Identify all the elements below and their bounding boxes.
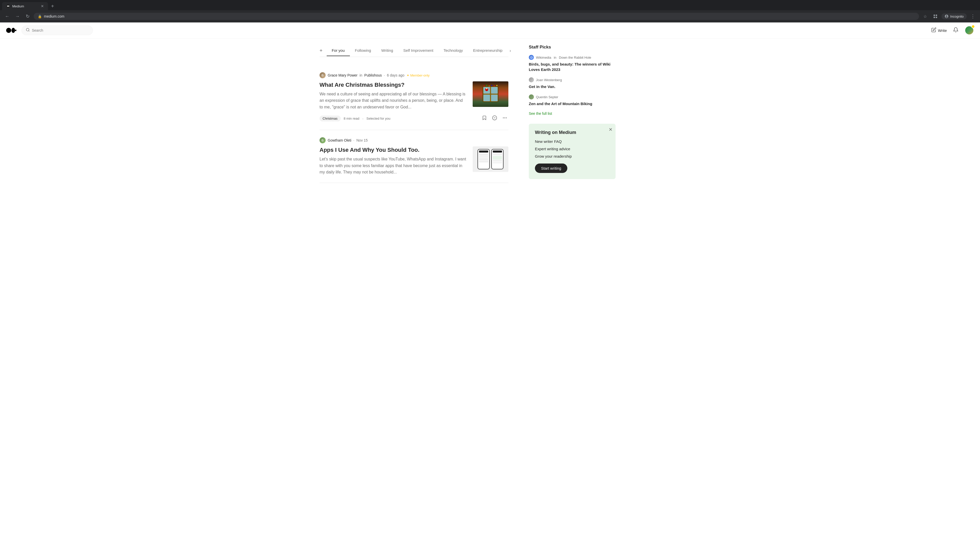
svg-point-27 xyxy=(503,118,504,118)
sidebar: Staff Picks Wikimedia in Down the Rabbit… xyxy=(529,44,616,183)
author-name-2[interactable]: Gowtham Oleti xyxy=(328,138,352,142)
svg-rect-15 xyxy=(484,95,490,101)
browser-menu-button[interactable]: ⋮ xyxy=(969,12,977,21)
search-input[interactable] xyxy=(32,28,89,32)
navbar-right: Write xyxy=(931,26,974,35)
article-thumbnail-1[interactable] xyxy=(473,81,508,107)
phone-mockup-2 xyxy=(491,149,504,169)
member-star-icon: ✦ xyxy=(407,73,409,77)
add-topic-button[interactable]: + xyxy=(320,44,327,57)
svg-point-21 xyxy=(489,86,490,86)
browser-tab-medium[interactable]: Medium ✕ xyxy=(2,2,48,10)
main-feed: + For you Following Writing Self Improve… xyxy=(320,44,508,183)
sp-article-title-2[interactable]: Get in the Van. xyxy=(529,84,616,89)
article-time-1: 6 days ago xyxy=(387,73,404,77)
top-navbar: Write xyxy=(0,22,980,38)
svg-rect-14 xyxy=(491,87,498,94)
article-actions-1 xyxy=(481,114,508,123)
svg-point-24 xyxy=(496,85,497,86)
tab-self-improvement[interactable]: Self Improvement xyxy=(398,45,438,56)
article-meta-2: G Gowtham Oleti · Nov 15 xyxy=(320,137,508,143)
meta-dot-2: · xyxy=(353,138,355,142)
article-tag-1[interactable]: Christmas xyxy=(320,116,341,121)
publication-name-1[interactable]: Publishous xyxy=(364,73,382,77)
start-writing-button[interactable]: Start writing xyxy=(535,164,567,173)
writing-link-new-writer-faq[interactable]: New writer FAQ xyxy=(535,139,609,144)
phone-mockup-1 xyxy=(477,149,490,169)
medium-page: Write + For you Following Writing Self I… xyxy=(0,22,980,551)
avatar-badge xyxy=(971,25,975,28)
incognito-button[interactable]: Incognito xyxy=(942,13,967,19)
sp-article-title-1[interactable]: Birds, bugs, and beauty: The winners of … xyxy=(529,62,616,72)
tabs-scroll-right-button[interactable]: › xyxy=(508,45,513,56)
tab-entrepreneurship[interactable]: Entrepreneurship xyxy=(468,45,508,56)
tab-for-you[interactable]: For you xyxy=(327,45,350,56)
tab-label: Medium xyxy=(12,4,24,8)
article-card-1: G Grace Mary Power in Publishous · 6 day… xyxy=(320,65,508,130)
sp-pub-avatar-3 xyxy=(529,94,534,100)
svg-rect-5 xyxy=(936,14,937,16)
topic-tabs: + For you Following Writing Self Improve… xyxy=(320,44,508,57)
tab-bar: Medium ✕ + xyxy=(0,0,980,10)
svg-point-22 xyxy=(491,85,492,86)
bookmark-button-1[interactable] xyxy=(481,114,488,123)
staff-pick-item-1: Wikimedia in Down the Rabbit Hole Birds,… xyxy=(529,55,616,72)
tab-close-button[interactable]: ✕ xyxy=(41,4,44,8)
article-text-1: What Are Christmas Blessings? We need a … xyxy=(320,81,466,110)
member-only-label-1: Member-only xyxy=(410,73,430,77)
browser-chrome: Medium ✕ + ← → ↻ 🔒 medium.com ☆ Incognit… xyxy=(0,0,980,22)
member-badge-1: ✦ Member-only xyxy=(407,73,430,77)
search-icon xyxy=(26,28,30,33)
extensions-button[interactable] xyxy=(931,12,939,21)
writing-link-grow-readership[interactable]: Grow your readership xyxy=(535,154,609,159)
address-bar[interactable]: 🔒 medium.com xyxy=(34,13,919,20)
tab-writing[interactable]: Writing xyxy=(376,45,398,56)
writing-card-close-button[interactable]: ✕ xyxy=(609,127,612,132)
svg-rect-16 xyxy=(491,95,498,101)
article-title-2[interactable]: Apps I Use And Why You Should Too. xyxy=(320,146,466,154)
back-button[interactable]: ← xyxy=(3,12,11,21)
svg-rect-6 xyxy=(934,17,935,18)
article-thumbnail-2[interactable] xyxy=(473,146,508,172)
content-area: + For you Following Writing Self Improve… xyxy=(311,38,669,189)
write-icon xyxy=(931,27,936,34)
author-name-1[interactable]: Grace Mary Power xyxy=(328,73,358,77)
article-text-2: Apps I Use And Why You Should Too. Let's… xyxy=(320,146,466,175)
forward-button[interactable]: → xyxy=(13,12,21,21)
tab-technology[interactable]: Technology xyxy=(438,45,468,56)
mute-button-1[interactable] xyxy=(491,114,498,123)
refresh-button[interactable]: ↻ xyxy=(24,12,32,21)
author-avatar-gowtham: G xyxy=(320,137,326,143)
writing-card-links: New writer FAQ Expert writing advice Gro… xyxy=(535,139,609,159)
svg-rect-2 xyxy=(8,5,8,6)
url-display: medium.com xyxy=(44,14,64,18)
new-tab-button[interactable]: + xyxy=(49,2,56,10)
more-options-button-1[interactable] xyxy=(501,114,508,123)
staff-picks-title: Staff Picks xyxy=(529,44,616,50)
article-excerpt-1: We need a culture of seeing and apprecia… xyxy=(320,91,466,110)
article-excerpt-2: Let's skip past the usual suspects like … xyxy=(320,156,466,176)
notification-bell-button[interactable] xyxy=(953,27,959,34)
article-title-1[interactable]: What Are Christmas Blessings? xyxy=(320,81,466,89)
author-avatar-grace: G xyxy=(320,72,326,78)
write-label: Write xyxy=(938,28,947,33)
incognito-label: Incognito xyxy=(950,14,964,18)
staff-picks-section: Staff Picks Wikimedia in Down the Rabbit… xyxy=(529,44,616,116)
write-button[interactable]: Write xyxy=(931,27,947,34)
search-bar[interactable] xyxy=(21,25,93,35)
sp-author-name-2[interactable]: Joan Westenberg xyxy=(536,78,562,82)
sp-pub-name-1[interactable]: Wikimedia xyxy=(536,56,551,59)
staff-pick-item-3: Quentin Septer Zen and the Art of Mounta… xyxy=(529,94,616,106)
tab-favicon xyxy=(6,4,10,8)
see-full-list-link[interactable]: See the full list xyxy=(529,111,616,116)
tab-following[interactable]: Following xyxy=(350,45,376,56)
read-time-1: 8 min read xyxy=(344,117,360,121)
bookmark-star-button[interactable]: ☆ xyxy=(921,12,929,21)
svg-point-29 xyxy=(506,118,507,118)
writing-card-title: Writing on Medium xyxy=(535,130,609,135)
medium-logo[interactable] xyxy=(6,27,16,34)
sp-author-name-3[interactable]: Quentin Septer xyxy=(536,95,558,99)
writing-link-expert-advice[interactable]: Expert writing advice xyxy=(535,147,609,151)
sp-article-title-3[interactable]: Zen and the Art of Mountain Biking xyxy=(529,101,616,106)
user-avatar-button[interactable] xyxy=(965,26,974,35)
